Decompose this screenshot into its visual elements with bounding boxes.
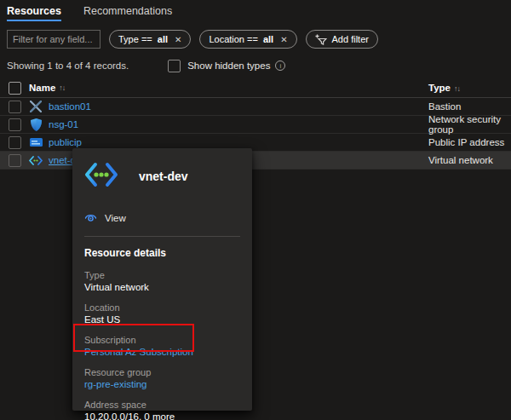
- info-icon[interactable]: i: [275, 60, 285, 71]
- resource-link-nsg-01[interactable]: nsg-01: [49, 119, 78, 129]
- row-checkbox[interactable]: [9, 136, 21, 149]
- row-checkbox[interactable]: [9, 154, 21, 167]
- resource-type: Virtual network: [428, 155, 493, 165]
- add-filter-icon: [315, 34, 327, 45]
- tab-resources[interactable]: Resources: [7, 5, 61, 22]
- field-label: Resource group: [84, 366, 240, 378]
- show-hidden-label: Show hidden types: [187, 60, 270, 71]
- field-value: East US: [84, 314, 240, 326]
- resource-link-publicip[interactable]: publicip: [49, 137, 82, 147]
- filter-pill-location[interactable]: Location == all ✕: [199, 30, 296, 49]
- filter-toolbar: Type == all ✕ Location == all ✕ Add filt…: [0, 22, 511, 49]
- field-label: Subscription: [84, 334, 240, 346]
- view-label: View: [105, 213, 126, 223]
- sort-icon: ↑↓: [59, 83, 65, 92]
- records-count-text: Showing 1 to 4 of 4 records.: [7, 60, 129, 71]
- row-checkbox[interactable]: [9, 118, 21, 131]
- vnet-icon: [29, 153, 43, 167]
- row-checkbox[interactable]: [9, 101, 21, 113]
- popover-title: vnet-dev: [139, 170, 188, 183]
- column-header-type-label: Type: [428, 83, 451, 93]
- field-address-space: Address space 10.20.0.0/16, 0 more: [84, 399, 240, 420]
- subscription-link[interactable]: Personal Az Subscription: [84, 346, 240, 359]
- table-row[interactable]: nsg-01 Network security group: [0, 116, 511, 134]
- field-label: Address space: [84, 399, 240, 411]
- resource-type: Public IP address: [428, 137, 504, 147]
- bastion-icon: [29, 100, 43, 113]
- resource-details-popover: vnet-dev View Resource details Type Virt…: [72, 148, 252, 411]
- filter-pill-location-label: Location ==: [209, 34, 258, 44]
- field-label: Location: [84, 302, 240, 314]
- records-status-row: Showing 1 to 4 of 4 records. Show hidden…: [0, 49, 511, 72]
- view-button[interactable]: View: [84, 212, 240, 224]
- table-header: Name ↑↓ Type↑↓: [0, 78, 511, 98]
- vnet-icon-large: [84, 162, 118, 190]
- resource-type: Bastion: [428, 101, 461, 112]
- add-filter-button[interactable]: Add filter: [306, 30, 378, 49]
- filter-pill-type[interactable]: Type == all ✕: [109, 30, 191, 49]
- nsg-shield-icon: [29, 118, 43, 131]
- tab-recommendations[interactable]: Recommendations: [83, 5, 172, 22]
- tab-bar: Resources Recommendations: [0, 0, 511, 22]
- filter-pill-location-value: all: [263, 34, 273, 44]
- popover-header: vnet-dev: [84, 162, 240, 190]
- table-row[interactable]: bastion01 Bastion: [0, 98, 511, 116]
- resource-type: Network security group: [428, 114, 511, 135]
- field-label: Type: [84, 269, 240, 281]
- filter-input[interactable]: [7, 30, 100, 49]
- field-resource-group: Resource group rg-pre-existing: [84, 366, 240, 391]
- show-hidden-checkbox[interactable]: [168, 60, 181, 72]
- column-header-type[interactable]: Type↑↓: [428, 83, 460, 93]
- resources-page: Resources Recommendations Type == all ✕ …: [0, 0, 511, 420]
- filter-pill-type-value: all: [158, 34, 168, 44]
- public-ip-icon: [29, 135, 43, 149]
- field-value: Virtual network: [84, 281, 240, 294]
- divider: [84, 236, 240, 237]
- resource-details-heading: Resource details: [84, 247, 240, 259]
- resource-link-bastion01[interactable]: bastion01: [49, 101, 91, 112]
- field-subscription: Subscription Personal Az Subscription: [84, 334, 240, 359]
- field-type: Type Virtual network: [84, 269, 240, 294]
- field-location: Location East US: [84, 302, 240, 326]
- column-header-name[interactable]: Name: [29, 83, 55, 93]
- add-filter-label: Add filter: [332, 34, 369, 44]
- field-value: 10.20.0.0/16, 0 more: [84, 411, 240, 420]
- select-all-checkbox[interactable]: [9, 82, 21, 95]
- filter-pill-type-label: Type ==: [118, 34, 152, 44]
- dismiss-icon[interactable]: ✕: [175, 35, 181, 44]
- dismiss-icon[interactable]: ✕: [280, 35, 287, 44]
- sort-icon: ↑↓: [454, 84, 460, 93]
- resource-group-link[interactable]: rg-pre-existing: [84, 378, 240, 391]
- view-eye-icon: [84, 212, 97, 224]
